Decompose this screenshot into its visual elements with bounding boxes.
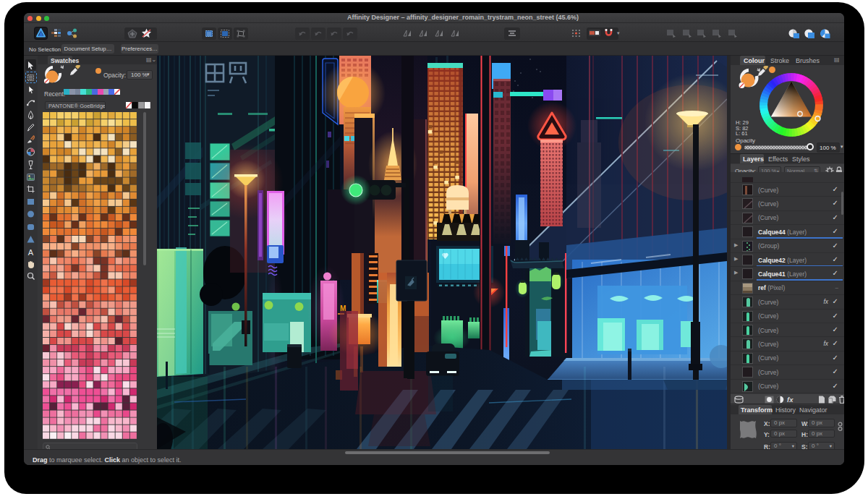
svg-text:A: A	[28, 248, 34, 257]
